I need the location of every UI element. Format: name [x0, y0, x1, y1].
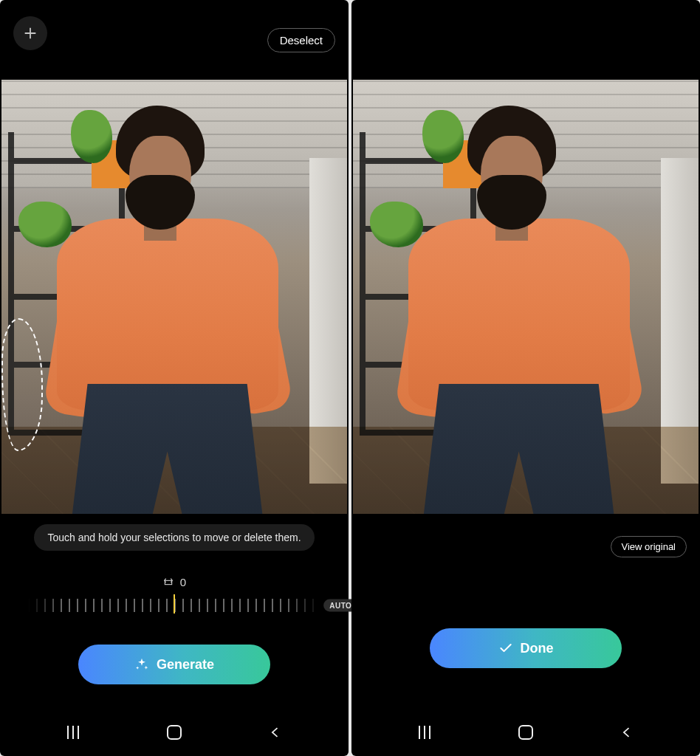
photo-canvas[interactable]	[353, 80, 699, 514]
back-icon	[268, 725, 283, 740]
hint-text: Touch and hold your selections to move o…	[34, 524, 314, 551]
system-navbar	[351, 713, 700, 756]
photo-canvas[interactable]	[1, 80, 347, 514]
nav-recents-button[interactable]	[51, 726, 95, 739]
nav-recents-button[interactable]	[402, 726, 447, 739]
svg-rect-0	[165, 580, 171, 584]
nav-home-button[interactable]	[504, 725, 548, 740]
slider-center-tick	[174, 594, 175, 614]
angle-slider[interactable]: AUTO	[28, 597, 320, 614]
done-button[interactable]: Done	[430, 628, 622, 668]
nav-back-button[interactable]	[253, 725, 298, 740]
angle-value: 0	[180, 576, 186, 588]
angle-readout: 0	[162, 576, 186, 588]
nav-back-button[interactable]	[605, 725, 649, 740]
plus-icon	[22, 25, 38, 41]
check-icon	[498, 641, 513, 656]
editor-done-panel: View original Done	[351, 0, 700, 756]
generate-button[interactable]: Generate	[78, 645, 270, 684]
result-photo	[353, 80, 699, 514]
add-button[interactable]	[13, 16, 47, 50]
recents-icon	[67, 726, 79, 739]
sparkle-icon	[134, 657, 149, 672]
home-icon	[518, 725, 533, 740]
system-navbar	[0, 713, 349, 756]
edited-photo	[1, 80, 347, 514]
top-toolbar	[351, 0, 700, 80]
home-icon	[167, 725, 182, 740]
recents-icon	[419, 726, 430, 739]
view-original-button[interactable]: View original	[611, 536, 687, 557]
editor-generate-panel: Deselect Touch and hold your selections …	[0, 0, 349, 756]
generate-label: Generate	[157, 657, 214, 673]
nav-home-button[interactable]	[152, 725, 196, 740]
straighten-icon	[162, 577, 174, 588]
done-label: Done	[521, 641, 554, 656]
straighten-control: 0 AUTO	[0, 576, 349, 614]
deselect-button[interactable]: Deselect	[267, 28, 335, 52]
top-toolbar: Deselect	[0, 0, 349, 80]
back-icon	[620, 725, 634, 740]
